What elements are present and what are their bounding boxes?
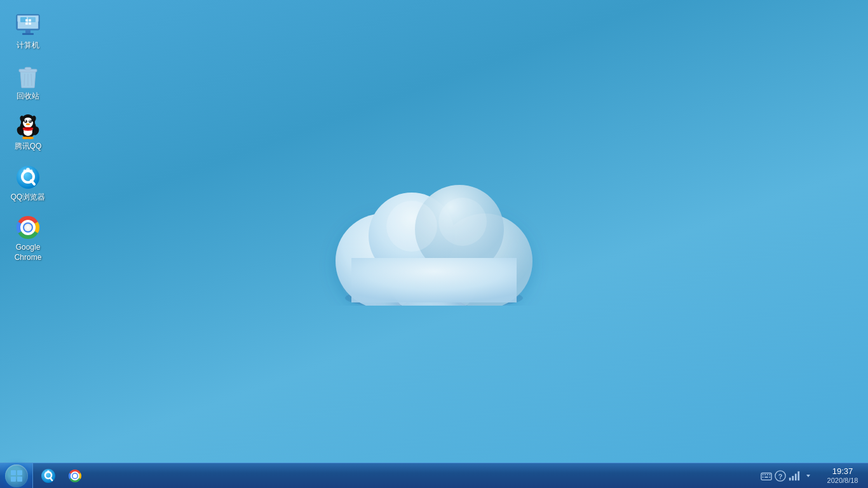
svg-point-45 xyxy=(30,169,33,172)
svg-point-31 xyxy=(25,120,26,121)
qq-icon-label: 腾讯QQ xyxy=(15,142,42,152)
svg-point-48 xyxy=(24,224,32,231)
svg-rect-63 xyxy=(763,474,764,475)
svg-point-58 xyxy=(50,471,51,473)
taskbar-item-qqbrowser[interactable] xyxy=(36,465,61,487)
tray-keyboard-icon[interactable] xyxy=(760,470,773,482)
qqbrowser-icon-label: QQ浏览器 xyxy=(11,193,46,203)
svg-point-43 xyxy=(26,168,30,172)
desktop-icon-computer[interactable]: 计算机 xyxy=(3,8,53,56)
svg-point-61 xyxy=(73,473,78,478)
tray-help-icon[interactable]: ? xyxy=(774,470,787,482)
taskbar-item-chrome[interactable] xyxy=(62,465,88,487)
svg-rect-74 xyxy=(795,473,797,480)
taskbar-tray: ? xyxy=(757,463,817,488)
chrome-icon xyxy=(15,215,41,240)
recycle-icon xyxy=(15,64,41,89)
svg-rect-16 xyxy=(25,19,28,22)
svg-rect-75 xyxy=(797,471,799,480)
svg-rect-18 xyxy=(25,22,28,25)
taskbar-items xyxy=(33,463,757,488)
clock-date: 2020/8/18 xyxy=(827,477,858,485)
svg-rect-65 xyxy=(767,474,768,475)
svg-rect-69 xyxy=(770,476,771,477)
svg-marker-76 xyxy=(806,475,810,477)
computer-icon xyxy=(15,13,41,38)
svg-rect-17 xyxy=(29,19,31,22)
chrome-icon-label: GoogleChrome xyxy=(15,243,42,262)
svg-rect-72 xyxy=(789,477,791,480)
svg-point-32 xyxy=(29,120,31,121)
svg-point-7 xyxy=(386,201,437,252)
svg-point-44 xyxy=(24,169,27,172)
svg-rect-66 xyxy=(770,474,771,475)
wallpaper-cloud xyxy=(301,140,567,306)
svg-rect-52 xyxy=(17,477,22,482)
taskbar-clock[interactable]: 19:37 2020/8/18 xyxy=(817,463,868,488)
svg-rect-50 xyxy=(17,470,22,475)
desktop-icons-column: 计算机 回收站 xyxy=(0,0,56,276)
desktop-icon-qqbrowser[interactable]: QQ浏览器 xyxy=(3,159,53,208)
svg-rect-64 xyxy=(764,474,766,475)
desktop: 计算机 回收站 xyxy=(0,0,868,463)
svg-rect-19 xyxy=(29,22,31,25)
svg-point-57 xyxy=(46,471,48,473)
computer-icon-label: 计算机 xyxy=(17,41,39,51)
qq-icon xyxy=(15,114,41,139)
tray-expand-icon[interactable] xyxy=(802,470,815,482)
desktop-icon-chrome[interactable]: GoogleChrome xyxy=(3,210,53,268)
svg-rect-73 xyxy=(792,476,794,480)
svg-point-39 xyxy=(27,137,34,139)
desktop-icon-qq[interactable]: 腾讯QQ xyxy=(3,109,53,157)
start-orb xyxy=(5,464,28,487)
svg-rect-68 xyxy=(764,476,768,477)
svg-rect-6 xyxy=(351,258,517,302)
svg-rect-15 xyxy=(22,33,34,35)
svg-rect-51 xyxy=(11,477,16,482)
svg-text:?: ? xyxy=(778,472,783,480)
svg-rect-14 xyxy=(25,30,31,33)
svg-rect-21 xyxy=(25,67,31,70)
svg-rect-67 xyxy=(763,476,764,477)
clock-time: 19:37 xyxy=(832,466,853,477)
svg-point-8 xyxy=(438,198,487,246)
tray-network-icon[interactable] xyxy=(788,470,801,482)
qqbrowser-icon xyxy=(15,165,41,190)
svg-rect-49 xyxy=(11,470,16,475)
start-button[interactable] xyxy=(0,463,33,489)
taskbar: ? 19:37 2020/8/18 xyxy=(0,463,868,488)
svg-point-56 xyxy=(47,470,50,473)
desktop-icon-recycle[interactable]: 回收站 xyxy=(3,58,53,107)
svg-point-33 xyxy=(26,123,30,125)
recycle-icon-label: 回收站 xyxy=(17,92,39,102)
